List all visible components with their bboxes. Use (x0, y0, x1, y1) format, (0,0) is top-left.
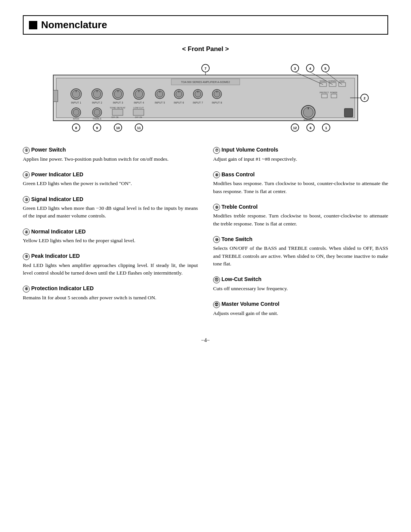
item-4-body: Yellow LED lights when fed to the proper… (23, 237, 198, 244)
svg-text:PEAK: PEAK (339, 80, 345, 82)
item-2-body: Green LED lights when the power is switc… (23, 180, 198, 187)
item-12-num: ⑫ (213, 301, 220, 308)
svg-text:OFF ON: OFF ON (135, 116, 142, 118)
svg-point-40 (94, 109, 100, 115)
svg-text:12: 12 (293, 126, 297, 130)
item-7-title: ⑦ Input Volume Controls (213, 147, 388, 154)
svg-text:INPUT 5: INPUT 5 (155, 101, 165, 104)
item-11: ⑪ Low-Cut Switch Cuts off unnecessary lo… (213, 276, 388, 292)
svg-text:INPUT 1: INPUT 1 (71, 101, 81, 104)
front-panel-heading: < Front Panel > (23, 45, 388, 53)
item-10: ⑩ Tone Switch Selects ON/OFF of the BASS… (213, 236, 388, 268)
svg-point-37 (73, 109, 79, 115)
svg-text:8: 8 (75, 126, 77, 130)
item-4: ④ Normal Indicator LED Yellow LED lights… (23, 228, 198, 245)
item-3-num: ③ (23, 196, 30, 203)
svg-text:BASS: BASS (73, 118, 79, 120)
svg-rect-45 (133, 109, 144, 115)
item-6-body: Remains lit for about 5 seconds after po… (23, 294, 198, 302)
item-12: ⑫ Master Volume Control Adjusts overall … (213, 301, 388, 317)
svg-rect-63 (53, 90, 58, 102)
item-5-title: ⑤ Peak Indicator LED (23, 253, 198, 260)
svg-text:MASTER: MASTER (303, 119, 313, 121)
left-column: ① Power Switch Applies line power. Two-p… (23, 147, 198, 326)
item-4-title: ④ Normal Indicator LED (23, 228, 198, 236)
item-4-num: ④ (23, 228, 30, 235)
svg-text:5: 5 (324, 67, 326, 70)
svg-rect-59 (331, 94, 337, 98)
svg-text:POWER: POWER (330, 91, 338, 94)
page-number: −4− (23, 337, 388, 343)
item-8-title: ⑧ Bass Control (213, 171, 388, 179)
svg-text:INPUT 4: INPUT 4 (134, 101, 144, 104)
item-5-body: Red LED lights when amplifier approaches… (23, 262, 198, 277)
item-9-title: ⑨ Treble Control (213, 204, 388, 211)
svg-text:7: 7 (204, 67, 206, 70)
right-column: ⑦ Input Volume Controls Adjust gain of i… (213, 147, 388, 326)
item-3: ③ Signal Indicator LED Green LED lights … (23, 196, 198, 220)
item-6: ⑥ Protection Indicator LED Remains lit f… (23, 285, 198, 302)
svg-text:OFF ON: OFF ON (112, 116, 119, 118)
item-7-body: Adjust gain of input #1 ~#8 respectively… (213, 155, 388, 163)
item-3-title: ③ Signal Indicator LED (23, 196, 198, 203)
svg-text:INPUT 6: INPUT 6 (174, 101, 184, 104)
item-7-num: ⑦ (213, 147, 220, 154)
front-panel-diagram: TOA 900 SERIES AMPLIFIER A-923ME2 INPUT … (23, 60, 388, 136)
item-5-num: ⑤ (23, 253, 30, 260)
item-8-body: Modifies bass response. Turn clockwise t… (213, 180, 388, 195)
svg-text:TREBLE: TREBLE (92, 118, 101, 120)
title-block-icon (29, 21, 37, 29)
svg-text:9: 9 (96, 126, 98, 130)
item-10-num: ⑩ (213, 236, 220, 243)
item-11-title: ⑪ Low-Cut Switch (213, 276, 388, 283)
svg-text:INPUT 3: INPUT 3 (113, 101, 123, 104)
item-6-num: ⑥ (23, 286, 30, 292)
svg-text:INPUT 7: INPUT 7 (193, 101, 203, 104)
svg-text:3: 3 (294, 67, 296, 70)
svg-text:PROTECT: PROTECT (320, 91, 329, 94)
svg-text:LOW CUT: LOW CUT (133, 107, 144, 109)
title-section: Nomenclature (23, 15, 388, 35)
item-11-body: Cuts off unnecessary low frequency. (213, 285, 388, 292)
svg-text:INPUT 2: INPUT 2 (92, 101, 102, 104)
svg-text:11: 11 (137, 126, 141, 130)
item-2-title: ② Power Indicator LED (23, 171, 198, 179)
svg-rect-58 (322, 94, 327, 98)
svg-rect-62 (344, 109, 353, 117)
item-1-num: ① (23, 147, 30, 154)
item-5: ⑤ Peak Indicator LED Red LED lights when… (23, 253, 198, 277)
item-2: ② Power Indicator LED Green LED lights w… (23, 171, 198, 188)
svg-text:2: 2 (363, 96, 365, 100)
svg-text:SIGNAL: SIGNAL (320, 80, 327, 82)
item-1: ① Power Switch Applies line power. Two-p… (23, 147, 198, 163)
svg-text:NORMAL: NORMAL (328, 80, 337, 82)
item-3-body: Green LED lights when more than −30 dB s… (23, 204, 198, 220)
svg-text:TOA 900 SERIES AMPLIFIER A-923: TOA 900 SERIES AMPLIFIER A-923ME2 (181, 81, 230, 83)
item-9: ⑨ Treble Control Modifies treble respons… (213, 204, 388, 228)
item-8-num: ⑧ (213, 171, 220, 178)
svg-text:10: 10 (116, 126, 120, 130)
svg-text:TONE DEFEAT: TONE DEFEAT (110, 107, 126, 109)
item-9-body: Modifies treble response. Turn clockwise… (213, 212, 388, 228)
svg-text:4: 4 (309, 67, 311, 70)
page-title: Nomenclature (41, 19, 107, 31)
item-8: ⑧ Bass Control Modifies bass response. T… (213, 171, 388, 195)
svg-rect-42 (112, 109, 123, 115)
item-2-num: ② (23, 171, 30, 178)
item-6-title: ⑥ Protection Indicator LED (23, 285, 198, 292)
svg-text:INPUT 8: INPUT 8 (212, 101, 222, 104)
item-12-title: ⑫ Master Volume Control (213, 301, 388, 308)
item-11-num: ⑪ (213, 276, 220, 283)
front-panel-svg: TOA 900 SERIES AMPLIFIER A-923ME2 INPUT … (42, 60, 369, 136)
item-12-body: Adjusts overall gain of the unit. (213, 310, 388, 317)
item-7: ⑦ Input Volume Controls Adjust gain of i… (213, 147, 388, 163)
svg-text:6: 6 (309, 126, 311, 130)
item-10-body: Selects ON/OFF of the BASS and TREBLE co… (213, 244, 388, 268)
item-1-title: ① Power Switch (23, 147, 198, 154)
item-1-body: Applies line power. Two-position push bu… (23, 155, 198, 163)
descriptions-layout: ① Power Switch Applies line power. Two-p… (23, 147, 388, 326)
item-10-title: ⑩ Tone Switch (213, 236, 388, 243)
item-9-num: ⑨ (213, 204, 220, 211)
svg-text:1: 1 (325, 126, 327, 130)
